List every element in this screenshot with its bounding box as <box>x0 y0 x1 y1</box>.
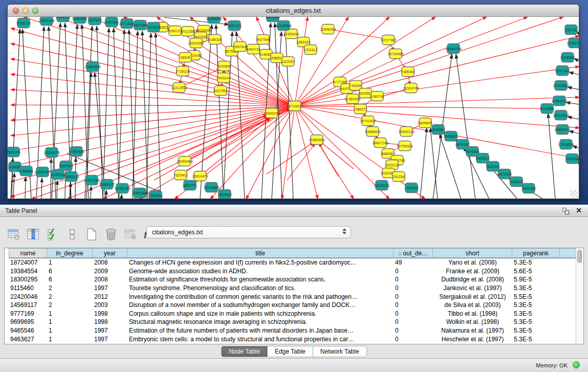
graph-node[interactable]: 8454749 <box>246 45 260 54</box>
column-header-filler[interactable] <box>560 248 576 258</box>
graph-edge[interactable] <box>25 177 26 199</box>
network-view-canvas[interactable]: 1872400718300295193845547463822916012389… <box>8 17 579 199</box>
graph-node[interactable]: 20206576 <box>43 148 59 158</box>
new-document-icon[interactable] <box>85 228 98 241</box>
graph-node[interactable]: 9527546 <box>256 35 270 45</box>
graph-node[interactable]: 10653267 <box>72 17 88 24</box>
cell-pagerank[interactable]: 5.3E-5 <box>512 285 560 292</box>
graph-node[interactable]: 16104743 <box>403 83 419 93</box>
cell-out_degree[interactable]: 49 <box>394 259 433 266</box>
select-columns-icon[interactable] <box>46 228 59 241</box>
cell-in_degree[interactable]: 6 <box>47 268 93 275</box>
table-row[interactable]: 946554611997Estimation of the future num… <box>9 326 576 335</box>
cell-year[interactable]: 1997 <box>93 285 127 292</box>
cell-pagerank[interactable]: 5.5E-5 <box>512 293 560 300</box>
graph-node[interactable]: 2903144 <box>216 73 230 83</box>
cell-title[interactable]: Estimation of the future numbers of pati… <box>127 327 394 334</box>
graph-edge[interactable] <box>85 26 92 199</box>
graph-edge[interactable] <box>456 54 475 199</box>
cell-year[interactable]: 2012 <box>93 293 127 300</box>
table-select-dropdown[interactable]: citations_edges.txt <box>146 226 351 238</box>
graph-edge[interactable] <box>216 25 224 199</box>
graph-node[interactable]: 16914479 <box>192 171 208 181</box>
graph-node[interactable]: 8215955 <box>540 104 554 114</box>
row-height-icon[interactable] <box>66 228 79 241</box>
table-row[interactable]: 946362711997Embryonic stem cells: a mode… <box>9 335 576 343</box>
graph-node[interactable]: 26099484 <box>177 157 192 166</box>
tab-network-table[interactable]: Network Table <box>313 346 367 357</box>
graph-node[interactable]: 18724007 <box>287 101 302 111</box>
graph-edge[interactable] <box>11 106 295 120</box>
cell-title[interactable]: Changes of HCN gene expression and I(f) … <box>127 259 394 266</box>
graph-edge[interactable] <box>51 159 51 199</box>
graph-node[interactable]: 16053809 <box>206 17 222 24</box>
graph-node[interactable]: 1080748 <box>370 92 384 101</box>
cell-short[interactable]: Tibbo et al. (1998) <box>433 310 512 317</box>
graph-edge[interactable] <box>295 36 579 106</box>
graph-edge[interactable] <box>246 106 295 199</box>
graph-node[interactable]: 7632621 <box>486 162 499 171</box>
column-header-name[interactable]: name <box>9 248 47 258</box>
graph-node[interactable]: 8912355 <box>181 27 194 36</box>
graph-node[interactable]: 2967608 <box>233 42 247 52</box>
graph-node[interactable]: 17359938 <box>68 147 84 157</box>
graph-node[interactable]: 19384554 <box>309 135 324 145</box>
graph-edge[interactable] <box>319 143 338 177</box>
cell-in_degree[interactable]: 2 <box>47 301 93 309</box>
graph-node[interactable]: 9329966 <box>560 53 574 62</box>
cell-year[interactable]: 1998 <box>93 310 127 317</box>
graph-node[interactable]: 16782759 <box>114 184 130 193</box>
cell-pagerank[interactable]: 5.9E-5 <box>512 276 560 283</box>
cell-year[interactable]: 2009 <box>93 268 127 275</box>
memory-ok-indicator-icon[interactable] <box>573 361 580 368</box>
cell-name[interactable]: 9465546 <box>9 327 47 334</box>
graph-edge[interactable] <box>121 194 122 199</box>
cell-year[interactable]: 1997 <box>93 336 127 343</box>
graph-edge[interactable] <box>267 142 314 174</box>
cell-title[interactable]: Investigating the contribution of common… <box>127 293 394 300</box>
graph-node[interactable]: 19218506 <box>275 21 291 31</box>
graph-node[interactable]: 17957253 <box>83 176 99 185</box>
graph-edge[interactable] <box>420 128 427 199</box>
column-header-year[interactable]: year <box>93 248 127 258</box>
cell-out_degree[interactable]: 0 <box>394 318 433 325</box>
table-row[interactable]: 1456911722003Disruption of a novel membe… <box>9 301 576 310</box>
cell-name[interactable]: 18300295 <box>9 276 47 283</box>
graph-node[interactable]: 1092450 <box>521 184 535 193</box>
cell-short[interactable]: Nakamura et al. (1997) <box>433 327 512 334</box>
graph-node[interactable]: 16543382 <box>188 38 204 48</box>
graph-edge[interactable] <box>569 131 579 134</box>
cell-in_degree[interactable]: 1 <box>47 336 93 343</box>
cell-title[interactable]: Genome-wide association studies in ADHD. <box>127 268 394 275</box>
graph-node[interactable]: 12217987 <box>380 35 396 45</box>
cell-in_degree[interactable]: 1 <box>47 259 93 266</box>
graph-node[interactable]: 15135141 <box>374 181 389 190</box>
graph-node[interactable]: 11548498 <box>320 25 336 34</box>
graph-node[interactable]: 12093852 <box>553 81 569 91</box>
graph-edge[interactable] <box>97 26 103 199</box>
cell-out_degree[interactable]: 0 <box>394 301 433 309</box>
cell-short[interactable]: Hescheler et al. (1997) <box>433 336 512 343</box>
graph-edge[interactable] <box>133 31 138 199</box>
cell-in_degree[interactable]: 1 <box>47 310 93 317</box>
show-column-icon[interactable] <box>27 228 40 241</box>
graph-edge[interactable] <box>295 97 579 106</box>
graph-edge[interactable] <box>135 115 267 175</box>
graph-node[interactable]: 9242848 <box>217 61 231 71</box>
table-row[interactable]: 977716911998Corpus callosum shape and si… <box>9 310 576 318</box>
cell-year[interactable]: 2008 <box>93 276 127 283</box>
cell-in_degree[interactable]: 1 <box>47 318 93 325</box>
graph-node[interactable]: 1167534 <box>565 154 579 164</box>
table-row[interactable]: 1872400712008Changes of HCN gene express… <box>9 258 576 267</box>
graph-node[interactable]: 12213553 <box>171 83 187 93</box>
tab-node-table[interactable]: Node Table <box>221 346 268 357</box>
graph-node[interactable]: 12444151 <box>551 96 567 106</box>
cell-name[interactable]: 18724007 <box>9 259 47 266</box>
table-vertical-scrollbar[interactable] <box>576 248 583 344</box>
graph-node[interactable]: 9397587 <box>59 161 73 171</box>
graph-node[interactable]: 18300295 <box>264 108 279 118</box>
graph-node[interactable]: 7485083 <box>401 67 415 77</box>
cell-title[interactable]: Disruption of a novel member of a sodium… <box>127 301 394 309</box>
graph-node[interactable]: 12342757 <box>34 167 50 177</box>
cell-year[interactable]: 1998 <box>93 318 127 325</box>
